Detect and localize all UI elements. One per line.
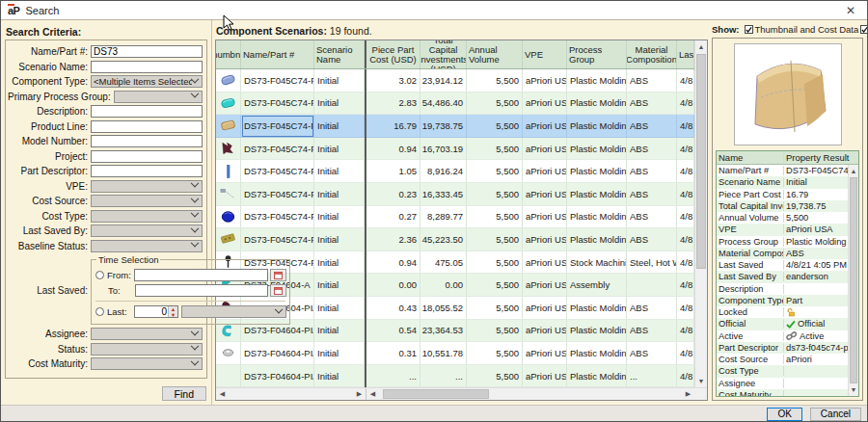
property-row[interactable]: Scenario NameInitial — [717, 176, 848, 188]
table-row[interactable]: DS73-F045C74-PIA2Initial2.8354,486.405,5… — [216, 92, 694, 116]
col-name-part[interactable]: Name/Part # — [241, 40, 314, 68]
last-unit-select[interactable] — [181, 305, 286, 318]
table-row[interactable]: DS73-F045C74-PIA7Initial0.278,289.775,50… — [216, 206, 694, 229]
description-input[interactable] — [91, 105, 203, 118]
last-saved-by-select[interactable] — [91, 224, 203, 237]
property-row[interactable]: Piece Part Cost (U...16.79 — [717, 189, 848, 200]
to-calendar-button[interactable] — [270, 284, 286, 297]
assignee-select[interactable] — [91, 328, 203, 340]
thumbnail-cost-checkbox[interactable] — [745, 25, 753, 34]
table-row[interactable]: DS73-F045C74-PIA5Initial1.058,916.245,50… — [216, 160, 694, 183]
property-scroll-thumb[interactable] — [850, 177, 857, 383]
scroll-left-icon[interactable]: ◀ — [366, 388, 379, 400]
horizontal-scroll-thumb[interactable] — [383, 389, 489, 399]
table-row[interactable]: DS73-F04604-PIA3Initial0.3110,551.785,50… — [216, 342, 694, 365]
scroll-left-icon[interactable]: ◀ — [216, 388, 229, 400]
property-row[interactable]: ActiveActive — [717, 330, 848, 342]
col-annual-volume[interactable]: Annual Volume — [467, 40, 523, 68]
chevron-down-icon — [191, 195, 199, 202]
cell-material: ABS — [627, 228, 677, 251]
table-row[interactable]: DS73-F04604-PIA4Initial......5,500aPrior… — [216, 365, 694, 387]
name-part-input[interactable] — [91, 45, 203, 58]
table-row[interactable]: DS73-F045C74-PIA6Initial0.2316,333.455,5… — [216, 183, 694, 206]
last-count-input[interactable] — [135, 306, 168, 317]
property-row[interactable]: Annual Volume5,500 — [717, 212, 848, 224]
horizontal-scroll-track[interactable] — [489, 388, 682, 400]
scroll-right-icon[interactable]: ▶ — [682, 388, 694, 400]
property-row[interactable]: Last Saved4/8/21 4:05 PM — [717, 259, 848, 271]
col-thumbnail[interactable]: Thumbnail — [216, 40, 241, 68]
col-process-group[interactable]: Process Group — [567, 40, 627, 68]
scroll-up-icon[interactable]: ▲ — [695, 40, 707, 53]
model-number-input[interactable] — [91, 135, 203, 147]
table-row[interactable]: DS73-F045C74-PIA1Initial3.0223,914.125,5… — [216, 69, 694, 92]
property-value-header[interactable]: Property Result — [784, 151, 858, 164]
main-pane-hscrollbar[interactable]: ◀ ▶ — [366, 388, 694, 400]
property-row[interactable]: Last Saved Byeanderson — [717, 271, 848, 282]
baseline-status-select[interactable] — [91, 240, 203, 252]
property-row[interactable]: Assignee — [717, 378, 848, 389]
property-row[interactable]: Total Capital Inve...19,738.75 — [717, 200, 848, 212]
property-row[interactable]: Component TypePart — [717, 295, 848, 306]
product-line-input[interactable] — [91, 120, 203, 133]
table-row[interactable]: DS73-F045C74-PIA8Initial2.3645,223.505,5… — [216, 228, 694, 251]
frozen-pane-hscrollbar[interactable]: ◀ ▶ — [216, 388, 366, 400]
cell-material: ABS — [627, 138, 677, 161]
property-row[interactable]: Cost Maturity — [717, 389, 848, 396]
to-date-input[interactable] — [135, 284, 268, 297]
component-type-select[interactable]: <Multiple Items Selected> — [91, 75, 203, 88]
property-row[interactable]: Cost SourceaPriori — [717, 354, 848, 365]
property-row[interactable]: Locked — [717, 306, 848, 318]
property-row[interactable]: Material Composi...ABS — [717, 248, 848, 259]
table-row[interactable]: DS73-F045C74-PIA4Initial0.9416,703.195,5… — [216, 138, 694, 161]
scroll-down-icon[interactable]: ▼ — [695, 375, 707, 387]
vertical-scroll-thumb[interactable] — [696, 54, 706, 269]
col-scenario-name[interactable]: Scenario Name — [314, 40, 365, 68]
property-row[interactable]: OfficialOfficial — [717, 318, 848, 330]
titlebar: aP Search ✕ — [1, 1, 867, 20]
property-row[interactable]: VPEaPriori USA — [717, 224, 848, 235]
cost-maturity-select[interactable] — [91, 357, 203, 370]
close-icon[interactable]: ✕ — [834, 1, 867, 20]
scroll-down-icon[interactable]: ▼ — [849, 383, 858, 396]
property-row[interactable]: Cost Type — [717, 365, 848, 377]
last-radio[interactable] — [95, 307, 104, 316]
find-button[interactable]: Find — [162, 386, 206, 401]
col-material-composition[interactable]: Material Composition — [627, 40, 677, 68]
details-checkbox[interactable] — [860, 25, 868, 34]
property-name-header[interactable]: Name — [717, 151, 784, 164]
cell-material: ABS — [627, 115, 677, 138]
from-radio[interactable] — [95, 271, 104, 279]
col-total-capital[interactable]: Total Capital Investments (USD) — [420, 40, 467, 68]
property-row[interactable]: Part Descriptords73-f045c74-pia3_3 — [717, 342, 848, 354]
spinner-arrows-icon[interactable]: ▲▼ — [168, 306, 177, 317]
chevron-down-icon — [191, 75, 199, 83]
property-row[interactable]: Name/Part #DS73-F045C74-PIA3 — [717, 165, 848, 176]
cell-material: ABS — [627, 69, 677, 92]
from-calendar-button[interactable] — [270, 269, 286, 281]
vpe-select[interactable] — [91, 180, 203, 193]
scenario-name-input[interactable] — [91, 61, 203, 73]
ok-button[interactable]: OK — [767, 408, 801, 421]
table-row[interactable]: DS73-F045C74-PIA3Initial16.7919,738.755,… — [216, 115, 694, 138]
col-piece-part-cost[interactable]: Piece Part Cost (USD) — [366, 40, 420, 68]
property-row[interactable]: Process GroupPlastic Molding — [717, 236, 848, 248]
from-date-input[interactable] — [134, 269, 268, 281]
cost-type-select[interactable] — [91, 210, 203, 223]
cell-name-part: DS73-F04604-PIA3 — [241, 342, 314, 365]
scroll-up-icon[interactable]: ▲ — [849, 165, 858, 177]
scroll-right-icon[interactable]: ▶ — [353, 388, 366, 400]
property-scrollbar[interactable]: ▲ ▼ — [848, 165, 858, 396]
last-count-spinner[interactable]: ▲▼ — [134, 305, 178, 318]
table-vertical-scrollbar[interactable]: ▲ ▼ — [694, 40, 707, 387]
primary-process-group-select[interactable] — [114, 91, 203, 103]
vertical-scroll-track[interactable] — [695, 270, 707, 375]
cancel-button[interactable]: Cancel — [810, 408, 861, 421]
part-descriptor-input[interactable] — [91, 165, 203, 177]
col-last-saved[interactable]: Last — [677, 40, 694, 68]
cost-source-select[interactable] — [91, 195, 203, 207]
status-select[interactable] — [91, 343, 203, 356]
project-input[interactable] — [91, 150, 203, 163]
property-row[interactable]: Description — [717, 283, 848, 295]
col-vpe[interactable]: VPE — [523, 40, 567, 68]
